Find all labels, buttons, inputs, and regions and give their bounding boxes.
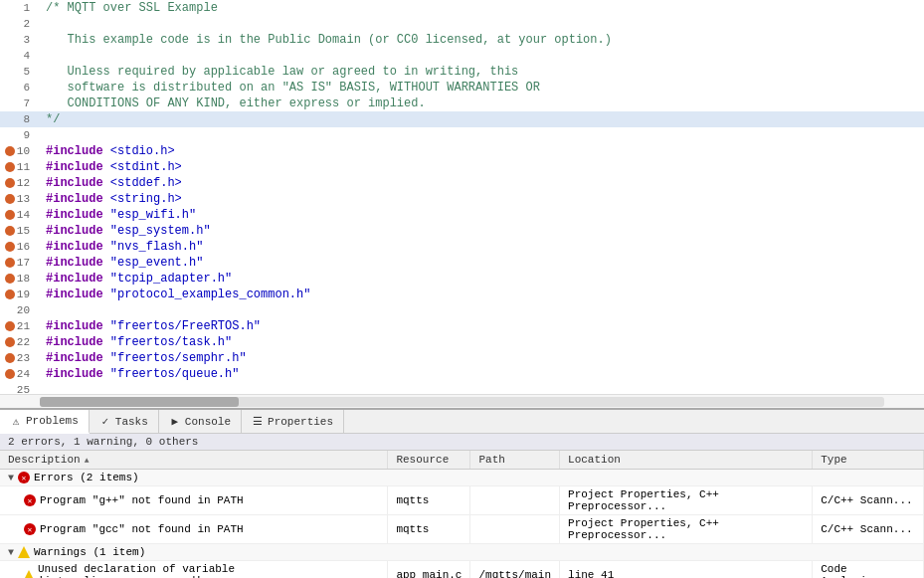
- group-label: Warnings (1 item): [34, 546, 145, 558]
- line-number: 13: [17, 191, 30, 207]
- code-line: 21#include "freertos/FreeRTOS.h": [0, 318, 924, 334]
- breakpoint-icon[interactable]: [5, 194, 15, 204]
- expand-arrow[interactable]: ▼: [8, 473, 14, 483]
- tasks-tab-label: Tasks: [115, 416, 148, 428]
- table-row[interactable]: Unused declaration of variable 'iot_ecli…: [0, 561, 924, 579]
- line-number: 3: [23, 32, 30, 48]
- error-item-badge: ✕: [24, 494, 36, 506]
- summary-bar: 2 errors, 1 warning, 0 others: [0, 434, 924, 451]
- problems-data-table: Description ▲ResourcePathLocationType ▼✕…: [0, 451, 924, 578]
- code-line: 8*/: [0, 111, 924, 127]
- breakpoint-icon[interactable]: [5, 258, 15, 268]
- code-line: 17#include "esp_event.h": [0, 255, 924, 271]
- col-header-path[interactable]: Path: [470, 451, 560, 470]
- col-header-type[interactable]: Type: [813, 451, 924, 470]
- code-line: 18#include "tcpip_adapter.h": [0, 271, 924, 287]
- item-description: Unused declaration of variable 'iot_ecli…: [0, 561, 388, 579]
- line-gutter: 7: [0, 96, 38, 111]
- code-line: 20: [0, 302, 924, 318]
- summary-text: 2 errors, 1 warning, 0 others: [8, 436, 198, 448]
- line-content: [38, 48, 46, 64]
- line-number: 11: [17, 159, 30, 175]
- breakpoint-icon[interactable]: [5, 337, 15, 347]
- code-line: 16#include "nvs_flash.h": [0, 239, 924, 255]
- item-resource: app_main.c: [388, 561, 470, 579]
- line-gutter: 21: [0, 318, 38, 334]
- problems-table[interactable]: Description ▲ResourcePathLocationType ▼✕…: [0, 451, 924, 578]
- breakpoint-icon[interactable]: [5, 353, 15, 363]
- code-line: 2: [0, 16, 924, 32]
- line-content: */: [38, 111, 60, 127]
- bottom-panel: ⚠Problems✓Tasks▶Console☰Properties 2 err…: [0, 408, 924, 578]
- breakpoint-icon[interactable]: [5, 146, 15, 156]
- line-gutter: 3: [0, 32, 38, 48]
- breakpoint-icon[interactable]: [5, 274, 15, 284]
- line-number: 9: [23, 127, 30, 143]
- breakpoint-icon[interactable]: [5, 162, 15, 172]
- line-gutter: 20: [0, 302, 38, 318]
- breakpoint-icon[interactable]: [5, 369, 15, 379]
- code-line: 10#include <stdio.h>: [0, 143, 924, 159]
- group-header: ▼✕Errors (2 items): [0, 470, 924, 486]
- line-gutter: 6: [0, 80, 38, 96]
- breakpoint-icon[interactable]: [5, 210, 15, 220]
- item-type: C/C++ Scann...: [813, 486, 924, 515]
- code-line: 22#include "freertos/task.h": [0, 334, 924, 350]
- line-number: 14: [17, 207, 30, 223]
- line-number: 1: [23, 0, 30, 16]
- line-content: #include "freertos/semphr.h": [38, 350, 247, 366]
- line-gutter: 2: [0, 16, 38, 32]
- code-line: 7 CONDITIONS OF ANY KIND, either express…: [0, 96, 924, 111]
- expand-arrow[interactable]: ▼: [8, 547, 14, 558]
- tab-tasks[interactable]: ✓Tasks: [90, 410, 159, 433]
- breakpoint-icon[interactable]: [5, 178, 15, 188]
- breakpoint-icon[interactable]: [5, 321, 15, 331]
- table-row[interactable]: ✕Program "g++" not found in PATHmqttsPro…: [0, 486, 924, 515]
- item-description: ✕Program "g++" not found in PATH: [0, 486, 388, 515]
- tab-properties[interactable]: ☰Properties: [242, 410, 344, 433]
- line-gutter: 5: [0, 64, 38, 80]
- tab-console[interactable]: ▶Console: [159, 410, 242, 433]
- properties-icon: ☰: [252, 416, 264, 428]
- console-icon: ▶: [169, 416, 181, 428]
- line-content: Unless required by applicable law or agr…: [38, 64, 518, 80]
- line-content: #include <string.h>: [38, 191, 182, 207]
- code-line: 15#include "esp_system.h": [0, 223, 924, 239]
- tasks-icon: ✓: [99, 416, 111, 428]
- problems-icon: ⚠: [10, 415, 22, 427]
- line-gutter: 16: [0, 239, 38, 255]
- description-text: Unused declaration of variable 'iot_ecli…: [38, 563, 379, 578]
- line-content: This example code is in the Public Domai…: [38, 32, 612, 48]
- line-gutter: 11: [0, 159, 38, 175]
- tab-problems[interactable]: ⚠Problems: [0, 410, 90, 434]
- line-number: 19: [17, 287, 30, 302]
- line-gutter: 8: [0, 111, 38, 127]
- group-row-error[interactable]: ▼✕Errors (2 items): [0, 470, 924, 486]
- col-header-resource[interactable]: Resource: [388, 451, 470, 470]
- col-header-description[interactable]: Description ▲: [0, 451, 388, 470]
- line-number: 4: [23, 48, 30, 64]
- horizontal-scrollbar[interactable]: [0, 394, 924, 408]
- item-type: C/C++ Scann...: [813, 515, 924, 544]
- line-content: #include "protocol_examples_common.h": [38, 287, 310, 302]
- item-resource: mqtts: [388, 486, 470, 515]
- table-row[interactable]: ✕Program "gcc" not found in PATHmqttsPro…: [0, 515, 924, 544]
- item-type: Code Analysi...: [813, 561, 924, 579]
- line-content: [38, 302, 46, 318]
- code-editor[interactable]: 1/* MQTT over SSL Example23 This example…: [0, 0, 924, 408]
- code-line: 14#include "esp_wifi.h": [0, 207, 924, 223]
- group-row-warning[interactable]: ▼Warnings (1 item): [0, 544, 924, 561]
- code-line: 4: [0, 48, 924, 64]
- line-content: [38, 127, 46, 143]
- description-text: Program "gcc" not found in PATH: [40, 523, 244, 535]
- col-header-location[interactable]: Location: [560, 451, 813, 470]
- breakpoint-icon[interactable]: [5, 289, 15, 299]
- breakpoint-icon[interactable]: [5, 242, 15, 252]
- code-line: 13#include <string.h>: [0, 191, 924, 207]
- breakpoint-icon[interactable]: [5, 226, 15, 236]
- description-text: Program "g++" not found in PATH: [40, 494, 244, 506]
- line-gutter: 24: [0, 366, 38, 382]
- code-line: 23#include "freertos/semphr.h": [0, 350, 924, 366]
- line-number: 24: [17, 366, 30, 382]
- tabs-bar: ⚠Problems✓Tasks▶Console☰Properties: [0, 410, 924, 434]
